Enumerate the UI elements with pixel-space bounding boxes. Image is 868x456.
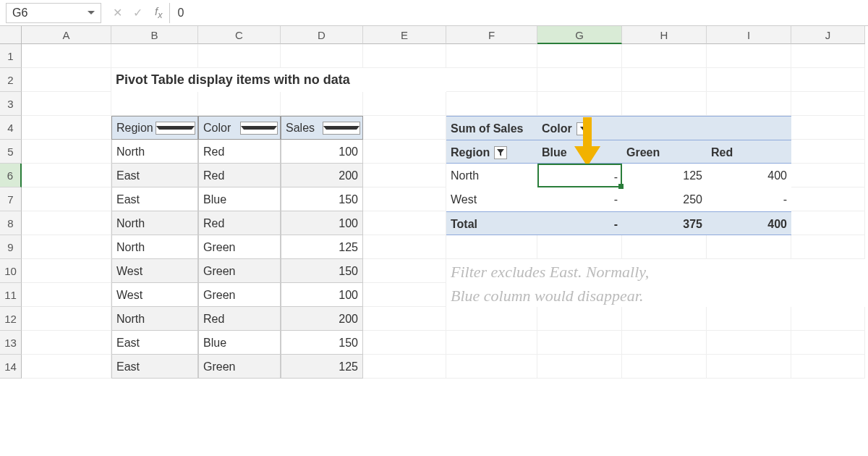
formula-bar: G6 ✕ ✓ fx 0: [0, 0, 868, 26]
filter-button[interactable]: [156, 122, 196, 135]
col-header[interactable]: H: [622, 26, 707, 44]
pivot-cell[interactable]: 125: [622, 164, 707, 187]
table-cell[interactable]: 200: [281, 307, 363, 331]
pivot-cell[interactable]: -: [707, 187, 791, 211]
table-header[interactable]: Color: [198, 116, 281, 140]
pivot-value-label[interactable]: Sum of Sales: [446, 116, 537, 140]
row-header[interactable]: 8: [0, 211, 22, 235]
filter-button[interactable]: [323, 122, 361, 135]
table-cell[interactable]: East: [111, 164, 198, 187]
row-header[interactable]: 9: [0, 235, 22, 259]
row-header[interactable]: 14: [0, 355, 22, 379]
pivot-row-name[interactable]: North: [446, 164, 537, 187]
table-cell[interactable]: 150: [281, 259, 363, 283]
table-cell[interactable]: 200: [281, 164, 363, 187]
table-cell[interactable]: Blue: [198, 187, 281, 211]
annotation-text: Filter excludes East. Normally,: [446, 259, 865, 283]
svg-marker-2: [497, 149, 504, 156]
table-header[interactable]: Sales: [281, 116, 363, 140]
pivot-cell[interactable]: [622, 116, 707, 140]
table-cell[interactable]: 125: [281, 355, 363, 379]
select-all-corner[interactable]: [0, 26, 22, 44]
table-cell[interactable]: North: [111, 235, 198, 259]
row-header[interactable]: 4: [0, 116, 22, 140]
enter-formula-button[interactable]: ✓: [127, 6, 148, 20]
chevron-down-icon[interactable]: [88, 11, 95, 14]
pivot-total-label[interactable]: Total: [446, 211, 537, 235]
col-header[interactable]: C: [198, 26, 281, 44]
fx-icon[interactable]: fx: [148, 5, 169, 20]
pivot-total[interactable]: -: [537, 211, 622, 235]
pivot-cell[interactable]: [707, 116, 791, 140]
row-header[interactable]: 3: [0, 92, 22, 116]
table-cell[interactable]: North: [111, 140, 198, 164]
table-header[interactable]: Region: [111, 116, 198, 140]
table-cell[interactable]: North: [111, 211, 198, 235]
row-header[interactable]: 5: [0, 140, 22, 164]
table-cell[interactable]: Green: [198, 355, 281, 379]
pivot-col[interactable]: Red: [707, 140, 791, 164]
active-cell[interactable]: -: [537, 164, 622, 187]
fill-handle[interactable]: [618, 184, 624, 189]
col-header[interactable]: D: [281, 26, 363, 44]
table-cell[interactable]: Red: [198, 140, 281, 164]
pivot-col[interactable]: Green: [622, 140, 707, 164]
table-cell[interactable]: 100: [281, 283, 363, 307]
table-cell[interactable]: East: [111, 187, 198, 211]
col-header[interactable]: I: [707, 26, 791, 44]
table-cell[interactable]: 100: [281, 211, 363, 235]
table-cell[interactable]: West: [111, 259, 198, 283]
filter-active-button[interactable]: [494, 146, 507, 159]
row-header[interactable]: 10: [0, 259, 22, 283]
row-header[interactable]: 7: [0, 187, 22, 211]
filter-button[interactable]: [240, 122, 278, 135]
page-title: Pivot Table display items with no data: [111, 68, 446, 92]
col-header[interactable]: E: [363, 26, 446, 44]
formula-input[interactable]: 0: [169, 3, 868, 23]
col-header[interactable]: A: [22, 26, 111, 44]
table-cell[interactable]: Red: [198, 211, 281, 235]
table-cell[interactable]: West: [111, 283, 198, 307]
spreadsheet-grid[interactable]: A B C D E F G H I J 1 2 Pivot Table disp…: [0, 26, 868, 379]
table-cell[interactable]: Green: [198, 235, 281, 259]
row-header[interactable]: 2: [0, 68, 22, 92]
pivot-cell[interactable]: -: [537, 187, 622, 211]
row-header[interactable]: 6: [0, 164, 22, 187]
name-box-value: G6: [12, 7, 88, 20]
annotation-text: Blue column would disappear.: [446, 283, 865, 307]
pivot-total[interactable]: 375: [622, 211, 707, 235]
table-cell[interactable]: Green: [198, 259, 281, 283]
col-header[interactable]: F: [446, 26, 537, 44]
table-cell[interactable]: 150: [281, 331, 363, 355]
row-header[interactable]: 12: [0, 307, 22, 331]
table-cell[interactable]: North: [111, 307, 198, 331]
table-cell[interactable]: 125: [281, 235, 363, 259]
pivot-row-label[interactable]: Region: [446, 140, 537, 164]
pivot-cell[interactable]: 400: [707, 164, 791, 187]
row-header[interactable]: 13: [0, 331, 22, 355]
table-cell[interactable]: Green: [198, 283, 281, 307]
table-cell[interactable]: Red: [198, 164, 281, 187]
arrow-down-icon: [571, 113, 603, 171]
col-header[interactable]: B: [111, 26, 198, 44]
row-header[interactable]: 11: [0, 283, 22, 307]
chevron-down-icon: [241, 126, 278, 130]
chevron-down-icon: [156, 126, 195, 130]
row-header[interactable]: 1: [0, 44, 22, 68]
table-cell[interactable]: Red: [198, 307, 281, 331]
col-header[interactable]: J: [791, 26, 865, 44]
name-box[interactable]: G6: [6, 3, 101, 23]
table-cell[interactable]: Blue: [198, 331, 281, 355]
table-cell[interactable]: East: [111, 331, 198, 355]
pivot-cell[interactable]: 250: [622, 187, 707, 211]
chevron-down-icon: [323, 126, 360, 130]
table-cell[interactable]: 150: [281, 187, 363, 211]
svg-rect-0: [583, 117, 592, 148]
funnel-icon: [496, 148, 505, 157]
col-header[interactable]: G: [537, 26, 622, 44]
pivot-total[interactable]: 400: [707, 211, 791, 235]
pivot-row-name[interactable]: West: [446, 187, 537, 211]
cancel-formula-button[interactable]: ✕: [107, 6, 127, 20]
table-cell[interactable]: 100: [281, 140, 363, 164]
table-cell[interactable]: East: [111, 355, 198, 379]
